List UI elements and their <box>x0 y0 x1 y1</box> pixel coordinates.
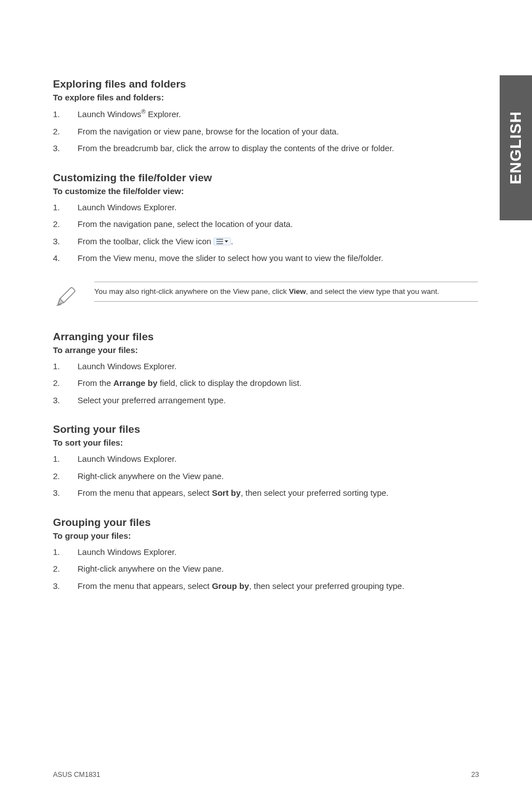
list-customizing: 1.Launch Windows Explorer. 2.From the na… <box>53 201 479 265</box>
note-pre: You may also right-click anywhere on the… <box>94 287 289 296</box>
item-text-pre: From the <box>78 378 113 388</box>
section-sorting: Sorting your files To sort your files: 1… <box>53 423 479 500</box>
registered-mark: ® <box>141 108 146 115</box>
section-exploring: Exploring files and folders To explore f… <box>53 78 479 155</box>
item-number: 1. <box>53 453 78 466</box>
footer-left: ASUS CM1831 <box>53 771 100 779</box>
heading-exploring: Exploring files and folders <box>53 78 479 90</box>
pencil-icon <box>54 282 78 311</box>
note-block: You may also right-click anywhere on the… <box>53 282 479 311</box>
item-number: 2. <box>53 377 78 390</box>
section-grouping: Grouping your files To group your files:… <box>53 516 479 593</box>
item-number: 1. <box>53 360 78 373</box>
item-text-pre: From the menu that appears, select <box>78 488 212 497</box>
subhead-exploring: To explore files and folders: <box>53 93 479 102</box>
item-text: Right-click anywhere on the View pane. <box>78 564 224 573</box>
item-text-pre: From the toolbar, click the View icon <box>78 236 214 246</box>
list-item: 2.Right-click anywhere on the View pane. <box>53 563 479 576</box>
list-exploring: 1.Launch Windows® Explorer. 2.From the n… <box>53 108 479 155</box>
item-text: From the navigation pane, select the loc… <box>78 219 293 229</box>
list-bars-icon <box>216 239 223 244</box>
list-item: 3.Select your preferred arrangement type… <box>53 394 479 407</box>
subhead-customizing: To customize the file/folder view: <box>53 186 479 196</box>
list-item: 2.From the navigation or view pane, brow… <box>53 125 479 138</box>
page-footer: ASUS CM1831 23 <box>53 771 479 779</box>
item-text: Launch Windows Explorer. <box>78 202 177 212</box>
list-item: 3.From the menu that appears, select Gro… <box>53 580 479 593</box>
list-item: 3.From the toolbar, click the View icon … <box>53 235 479 248</box>
footer-page-number: 23 <box>471 771 479 779</box>
subhead-sorting: To sort your files: <box>53 438 479 447</box>
item-number: 1. <box>53 546 78 559</box>
item-text-post: , then select your preferred sorting typ… <box>241 488 389 497</box>
item-text: Right-click anywhere on the View pane. <box>78 471 224 481</box>
item-number: 2. <box>53 218 78 231</box>
item-text: Launch Windows Explorer. <box>78 547 177 557</box>
item-bold: Group by <box>212 581 249 591</box>
list-item: 2.From the Arrange by field, click to di… <box>53 377 479 390</box>
list-arranging: 1.Launch Windows Explorer. 2.From the Ar… <box>53 360 479 407</box>
section-customizing: Customizing the file/folder view To cust… <box>53 172 479 311</box>
item-text: From the View menu, move the slider to s… <box>78 253 383 263</box>
item-number: 2. <box>53 125 78 138</box>
list-item: 1.Launch Windows Explorer. <box>53 453 479 466</box>
item-text-pre: Launch Windows <box>78 109 141 119</box>
item-text: From the breadcrumb bar, click the arrow… <box>78 143 394 153</box>
section-arranging: Arranging your files To arrange your fil… <box>53 331 479 407</box>
item-bold: Sort by <box>212 488 241 497</box>
list-grouping: 1.Launch Windows Explorer. 2.Right-click… <box>53 546 479 593</box>
item-number: 3. <box>53 235 78 248</box>
language-tab: ENGLISH <box>500 75 532 220</box>
item-text-pre: From the menu that appears, select <box>78 581 212 591</box>
item-number: 3. <box>53 142 78 155</box>
item-number: 2. <box>53 563 78 576</box>
item-text: Launch Windows Explorer. <box>78 361 177 371</box>
subhead-arranging: To arrange your files: <box>53 345 479 355</box>
item-text-post: Explorer. <box>146 109 181 119</box>
heading-arranging: Arranging your files <box>53 331 479 343</box>
heading-grouping: Grouping your files <box>53 516 479 529</box>
item-text: From the navigation or view pane, browse… <box>78 127 339 136</box>
item-number: 3. <box>53 487 78 500</box>
item-text: Select your preferred arrangement type. <box>78 395 226 405</box>
list-item: 2.From the navigation pane, select the l… <box>53 218 479 231</box>
item-number: 3. <box>53 580 78 593</box>
note-post: , and select the view type that you want… <box>306 287 439 296</box>
item-number: 4. <box>53 252 78 265</box>
item-bold: Arrange by <box>113 378 157 388</box>
item-number: 2. <box>53 470 78 483</box>
list-item: 2.Right-click anywhere on the View pane. <box>53 470 479 483</box>
heading-sorting: Sorting your files <box>53 423 479 436</box>
language-tab-label: ENGLISH <box>507 111 525 184</box>
list-item: 4.From the View menu, move the slider to… <box>53 252 479 265</box>
list-item: 1.Launch Windows® Explorer. <box>53 108 479 121</box>
list-item: 1.Launch Windows Explorer. <box>53 201 479 214</box>
note-text: You may also right-click anywhere on the… <box>94 282 478 302</box>
item-text-post: , then select your preferred grouping ty… <box>249 581 405 591</box>
item-number: 1. <box>53 201 78 214</box>
heading-customizing: Customizing the file/folder view <box>53 172 479 184</box>
list-item: 3.From the menu that appears, select Sor… <box>53 487 479 500</box>
list-item: 3.From the breadcrumb bar, click the arr… <box>53 142 479 155</box>
item-text: Launch Windows Explorer. <box>78 454 177 463</box>
list-sorting: 1.Launch Windows Explorer. 2.Right-click… <box>53 453 479 500</box>
note-bold: View <box>289 287 306 296</box>
item-text-post: field, click to display the dropdown lis… <box>157 378 301 388</box>
dropdown-arrow-icon <box>225 240 228 243</box>
item-number: 3. <box>53 394 78 407</box>
list-item: 1.Launch Windows Explorer. <box>53 546 479 559</box>
item-number: 1. <box>53 108 78 121</box>
item-text-post: . <box>231 236 233 246</box>
view-icon <box>214 238 231 245</box>
page-content: Exploring files and folders To explore f… <box>0 0 532 631</box>
list-item: 1.Launch Windows Explorer. <box>53 360 479 373</box>
subhead-grouping: To group your files: <box>53 531 479 540</box>
